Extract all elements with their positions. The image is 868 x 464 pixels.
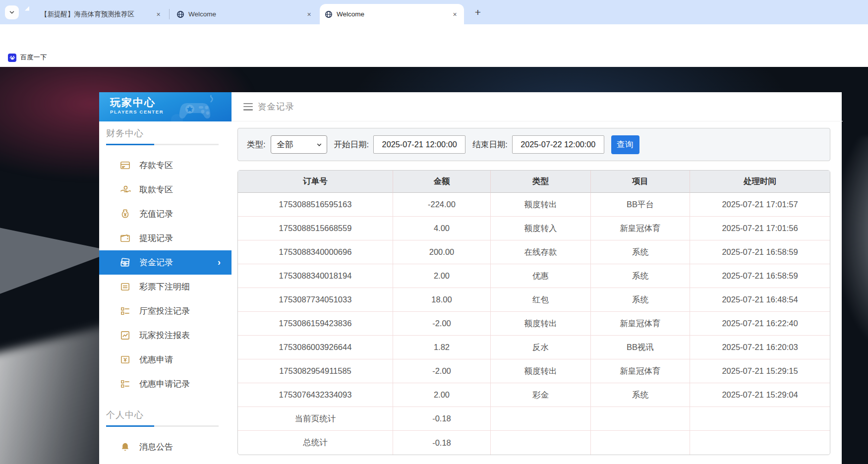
cell-project: 系统 <box>591 240 690 264</box>
cell-amount: 2.00 <box>393 383 491 407</box>
sidebar-item-player-bet-report[interactable]: 玩家投注报表 <box>99 323 231 348</box>
cell-project <box>591 431 690 455</box>
cell-order-no: 1753086159423836 <box>238 312 393 336</box>
globe-favicon-icon <box>325 10 333 18</box>
cell-order-no: 1753086003926644 <box>238 336 393 359</box>
table-row: 17530885156685594.00额度转入新皇冠体育2025-07-21 … <box>238 217 830 240</box>
sidebar-item-label: 消息公告 <box>139 441 173 453</box>
cell-type: 额度转出 <box>491 359 591 383</box>
grid-list-icon <box>119 378 131 390</box>
new-tab-button[interactable]: + <box>471 5 485 19</box>
cell-type: 额度转出 <box>491 312 591 336</box>
sidebar-nav: 财务中心存款专区取款专区充值记录提现记录资金记录›彩票下注明细厅室投注记录玩家投… <box>99 127 231 459</box>
type-select-value: 全部 <box>277 139 293 150</box>
tab-close-icon[interactable]: × <box>305 10 313 18</box>
player-center-card: 玩家中心 PLAYERS CENTER 财务 <box>99 92 842 464</box>
table-row: 1753088340000696200.00在线存款系统2025-07-21 1… <box>238 240 830 264</box>
baidu-favicon-icon <box>8 54 16 62</box>
globe-favicon-icon <box>176 10 184 18</box>
cell-order-no: 1753088516595163 <box>238 193 393 217</box>
cell-type: 额度转出 <box>491 193 591 217</box>
background-shape <box>0 186 114 305</box>
cell-order-no: 1753088340018194 <box>238 264 393 288</box>
money-bag-icon <box>119 208 131 220</box>
column-header: 处理时间 <box>690 171 830 193</box>
cell-project: 系统 <box>591 288 690 312</box>
tab-close-icon[interactable]: × <box>154 10 163 18</box>
cell-amount: -224.00 <box>393 193 491 217</box>
sidebar-item-withdraw-record[interactable]: 提现记录 <box>99 226 231 250</box>
sidebar-item-label: 充值记录 <box>139 208 173 220</box>
sidebar-item-withdraw-zone[interactable]: 取款专区 <box>99 177 231 202</box>
table-row: 17530883400181942.00优惠系统2025-07-21 16:58… <box>238 264 830 288</box>
sidebar-item-lottery-bet-detail[interactable]: 彩票下注明细 <box>99 275 231 299</box>
cell-project: 系统 <box>591 264 690 288</box>
sidebar-item-label: 优惠申请记录 <box>139 378 190 390</box>
column-header: 项目 <box>591 171 690 193</box>
start-date-input[interactable] <box>373 135 465 154</box>
browser-tab-2[interactable]: Welcome × <box>172 4 318 24</box>
tab-title: Welcome <box>337 10 448 18</box>
cell-type: 优惠 <box>491 264 591 288</box>
sidebar-item-label: 玩家投注报表 <box>139 330 190 341</box>
sidebar-item-label: 存款专区 <box>139 160 173 171</box>
cell-time: 2025-07-21 16:22:40 <box>690 312 830 336</box>
tab-title: Welcome <box>188 10 302 18</box>
sidebar-item-label: 取款专区 <box>139 184 173 195</box>
cell-amount: -0.18 <box>393 431 491 455</box>
cell-project <box>591 407 690 431</box>
start-date-label: 开始日期: <box>334 139 369 150</box>
table-header-row: 订单号金额类型项目处理时间 <box>238 171 830 193</box>
tab-title: 【新提醒】海燕体育预测推荐区 <box>41 10 151 19</box>
column-header: 订单号 <box>238 171 393 193</box>
table-row: 175308773405103318.00红包系统2025-07-21 16:4… <box>238 288 830 312</box>
end-date-input[interactable] <box>512 135 604 154</box>
chevron-down-icon <box>316 142 322 148</box>
cell-time: 2025-07-21 16:48:54 <box>690 288 830 312</box>
sidebar-item-label: 优惠申请 <box>139 354 173 365</box>
menu-icon[interactable] <box>243 103 253 111</box>
cell-type: 在线存款 <box>491 240 591 264</box>
browser-tab-1[interactable]: 【新提醒】海燕体育预测推荐区 × <box>24 4 168 24</box>
table-row: 1753086159423836-2.00额度转出新皇冠体育2025-07-21… <box>238 312 830 336</box>
summary-row: 当前页统计-0.18 <box>238 407 830 431</box>
table-row: 17530764323340932.00彩金系统2025-07-21 15:29… <box>238 383 830 407</box>
tab-search-chevron-icon[interactable] <box>5 5 19 19</box>
search-button[interactable]: 查询 <box>611 135 639 154</box>
table-row: 1753082954911585-2.00额度转出新皇冠体育2025-07-21… <box>238 359 830 383</box>
sidebar-header: 玩家中心 PLAYERS CENTER <box>99 92 231 121</box>
cell-amount: -2.00 <box>393 359 491 383</box>
cell-order-no: 1753082954911585 <box>238 359 393 383</box>
grid-list-icon <box>119 305 131 317</box>
sidebar-item-deposit-zone[interactable]: 存款专区 <box>99 153 231 177</box>
cell-amount: 2.00 <box>393 264 491 288</box>
type-label: 类型: <box>247 139 266 150</box>
cell-time: 2025-07-21 17:01:57 <box>690 193 830 217</box>
cell-time <box>690 431 830 455</box>
cell-project: 系统 <box>591 383 690 407</box>
sidebar-item-hall-bet-record[interactable]: 厅室投注记录 <box>99 299 231 323</box>
sidebar-item-promo-apply[interactable]: 优惠申请 <box>99 348 231 372</box>
sidebar-item-funds-record[interactable]: 资金记录› <box>99 250 231 275</box>
cell-amount: -2.00 <box>393 312 491 336</box>
table-body: 1753088516595163-224.00额度转出BB平台2025-07-2… <box>238 193 830 455</box>
tab-close-icon[interactable]: × <box>451 10 459 18</box>
sidebar-item-message-board[interactable]: 消息公告 <box>99 435 231 459</box>
browser-tab-active[interactable]: Welcome × <box>320 4 464 24</box>
report-chart-icon <box>119 330 131 342</box>
cell-time: 2025-07-21 15:29:04 <box>690 383 830 407</box>
sidebar-item-promo-apply-record[interactable]: 优惠申请记录 <box>99 372 231 396</box>
cell-order-no: 总统计 <box>238 431 393 455</box>
table-row: 1753088516595163-224.00额度转出BB平台2025-07-2… <box>238 193 830 217</box>
sidebar-item-recharge-record[interactable]: 充值记录 <box>99 202 231 226</box>
cell-project: 新皇冠体育 <box>591 359 690 383</box>
cell-order-no: 1753076432334093 <box>238 383 393 407</box>
type-select[interactable]: 全部 <box>271 135 327 154</box>
table-row: 17530860039266441.82反水BB视讯2025-07-21 16:… <box>238 336 830 359</box>
sidebar-item-label: 厅室投注记录 <box>139 305 190 317</box>
sidebar-section-title: 个人中心 <box>106 409 219 425</box>
wallet-icon <box>119 232 131 244</box>
page-title: 资金记录 <box>258 101 294 113</box>
gamepad-icon <box>168 94 228 121</box>
bookmark-baidu[interactable]: 百度一下 <box>8 52 47 63</box>
